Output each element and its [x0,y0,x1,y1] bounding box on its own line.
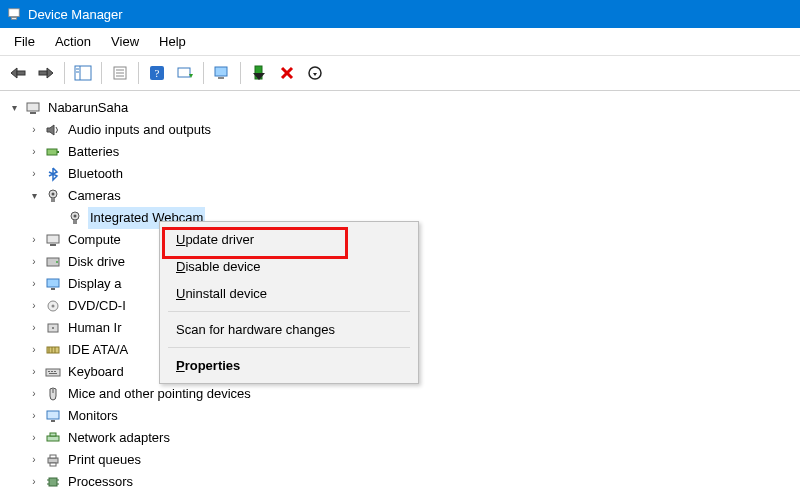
svg-rect-5 [39,71,47,75]
svg-rect-16 [178,68,190,77]
tree-root[interactable]: ▾ NabarunSaha [6,97,794,119]
printer-icon [44,451,62,469]
svg-rect-64 [49,478,57,486]
svg-rect-1 [11,18,16,20]
toolbar-separator [138,62,139,84]
svg-rect-41 [47,279,59,287]
disk-icon [44,253,62,271]
svg-point-32 [52,193,55,196]
context-properties[interactable]: Properties [162,352,416,379]
caret-right-icon[interactable]: › [28,274,40,294]
tree-item[interactable]: ›Bluetooth [6,163,794,185]
back-button[interactable] [5,60,31,86]
caret-right-icon[interactable]: › [28,362,40,382]
webcam-icon [66,209,84,227]
toolbar-separator [101,62,102,84]
device-manager-icon [6,6,22,22]
caret-right-icon[interactable]: › [28,120,40,140]
caret-right-icon[interactable]: › [28,406,40,426]
optical-icon [44,297,62,315]
scan-hardware-button[interactable] [172,60,198,86]
caret-right-icon[interactable]: › [28,142,40,162]
menu-file[interactable]: File [4,30,45,53]
caret-right-icon[interactable]: › [28,296,40,316]
svg-rect-36 [73,220,77,224]
tree-item-label: Monitors [66,405,120,427]
update-driver-button[interactable] [209,60,235,86]
svg-rect-33 [51,198,55,202]
svg-rect-37 [47,235,59,243]
help-icon: ? [149,65,165,81]
svg-rect-63 [50,463,56,466]
svg-rect-58 [51,420,55,422]
tree-item-label: Print queues [66,449,143,471]
svg-point-40 [56,261,58,263]
caret-right-icon[interactable]: › [28,164,40,184]
svg-rect-26 [27,103,39,111]
svg-rect-38 [50,244,56,246]
disable-device-button[interactable] [302,60,328,86]
svg-rect-51 [46,369,60,376]
tree-pane-icon [74,65,92,81]
caret-right-icon[interactable]: › [28,252,40,272]
svg-rect-3 [17,71,25,75]
svg-rect-42 [51,288,55,290]
tree-item[interactable]: ›Monitors [6,405,794,427]
tree-item[interactable]: ▾Cameras [6,185,794,207]
tree-item-label: Keyboard [66,361,126,383]
caret-right-icon[interactable]: › [28,472,40,492]
svg-point-35 [74,215,77,218]
svg-marker-28 [47,125,54,135]
toolbar-separator [240,62,241,84]
arrow-right-icon [37,66,55,80]
tree-item-label: Processors [66,471,135,493]
menu-action[interactable]: Action [45,30,101,53]
caret-right-icon[interactable]: › [28,340,40,360]
context-uninstall-device[interactable]: Uninstall device [162,280,416,307]
tree-item-label: Batteries [66,141,121,163]
menu-help[interactable]: Help [149,30,196,53]
tree-item[interactable]: ›Batteries [6,141,794,163]
bluetooth-icon [44,165,62,183]
enable-device-button[interactable] [246,60,272,86]
context-separator [168,311,410,312]
caret-right-icon[interactable]: › [28,428,40,448]
speaker-icon [44,121,62,139]
enable-icon [252,65,266,81]
tree-item[interactable]: ›Mice and other pointing devices [6,383,794,405]
scan-icon [176,65,194,81]
caret-right-icon[interactable]: › [28,318,40,338]
titlebar: Device Manager [0,0,800,28]
menu-view[interactable]: View [101,30,149,53]
show-hide-tree-button[interactable] [70,60,96,86]
tree-item-label: Human Ir [66,317,123,339]
ide-icon [44,341,62,359]
monitor-refresh-icon [213,65,231,81]
context-scan-hardware[interactable]: Scan for hardware changes [162,316,416,343]
computer-icon [24,99,42,117]
tree-item[interactable]: ›Processors [6,471,794,493]
svg-rect-59 [47,436,59,441]
tree-item-label: Mice and other pointing devices [66,383,253,405]
tree-item[interactable]: ›Network adapters [6,427,794,449]
computer-icon [44,231,62,249]
caret-right-icon[interactable]: › [28,450,40,470]
context-disable-device[interactable]: Disable device [162,253,416,280]
context-update-driver[interactable]: Update driver [162,226,416,253]
forward-button[interactable] [33,60,59,86]
tree-item[interactable]: ›Print queues [6,449,794,471]
properties-icon [112,65,128,81]
toolbar-separator [64,62,65,84]
caret-right-icon[interactable]: › [28,230,40,250]
tree-item-label: Network adapters [66,427,172,449]
caret-down-icon[interactable]: ▾ [28,186,40,206]
help-button[interactable]: ? [144,60,170,86]
properties-button[interactable] [107,60,133,86]
cpu-icon [44,473,62,491]
toolbar-separator [203,62,204,84]
battery-icon [44,143,62,161]
tree-item[interactable]: ›Audio inputs and outputs [6,119,794,141]
uninstall-device-button[interactable] [274,60,300,86]
caret-down-icon[interactable]: ▾ [8,98,20,118]
caret-right-icon[interactable]: › [28,384,40,404]
